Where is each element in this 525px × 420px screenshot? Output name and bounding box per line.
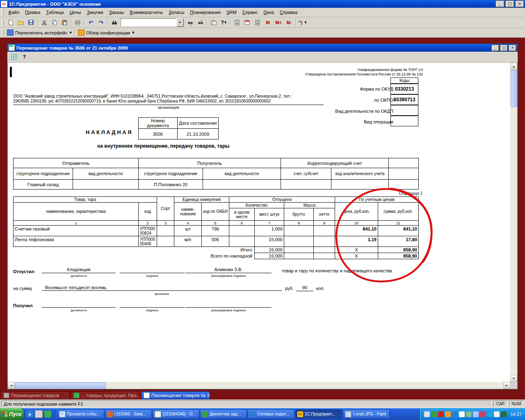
task-icon [107,411,113,417]
start-button[interactable]: Пуск [0,408,24,420]
find-icon[interactable] [109,18,119,27]
save-icon[interactable] [26,18,36,27]
tray-icon[interactable] [494,411,500,417]
menu-settlements[interactable]: Взаиморасчеты [127,9,166,16]
memory-minus-button[interactable]: М- [284,18,294,27]
calculator-icon[interactable] [232,18,242,27]
tab-goods-movement-document[interactable]: Перемещение товаров № 3... [141,391,210,399]
tab-goods-movements-list[interactable]: Перемещения товаров [1,391,70,399]
taskbar-clock[interactable]: 14:27 [510,412,522,417]
tools-icon[interactable]: ▼ [297,18,308,27]
table-grid-icon[interactable] [9,52,19,62]
copy-icon[interactable] [49,18,59,27]
scroll-right-icon[interactable]: ▶ [503,382,510,389]
item-price: 841,10 [335,226,378,236]
tab-goods-report[interactable]: ... товары, продукция. Про... [71,391,140,399]
find-next-icon[interactable] [185,18,195,27]
memory-recall-button[interactable]: М [262,18,273,27]
open-icon[interactable] [16,18,26,27]
item-price: 1,19 [335,236,378,247]
toolbar-grip[interactable] [2,19,4,26]
tray-icon[interactable] [445,411,451,417]
receiver-unit-value: П.Половинко 20 [139,180,203,189]
tray-icon[interactable] [487,411,493,417]
taskbar-button-task-manager[interactable]: Диспетчер зад... [200,409,247,419]
doc-help-button[interactable]: ? [19,52,30,62]
taskbar-button-c110366[interactable]: c110366 - Заяв... [105,409,152,419]
taskbar-button-paint[interactable]: I-этап.JPG - Paint [343,409,390,419]
redo-icon[interactable]: ↷ [96,18,106,27]
doc-minimize-button[interactable]: _ [491,45,499,51]
horizontal-scrollbar[interactable]: ◀ ▶ [8,382,510,389]
menu-prices[interactable]: Цены [66,9,84,16]
paste-icon[interactable] [59,18,70,27]
tray-icon[interactable] [501,411,507,417]
status-bar: Для получения подсказки нажмите F1 CAP N… [0,399,525,408]
menu-stocks[interactable]: Запасы [166,9,187,16]
find-previous-icon[interactable] [195,18,205,27]
switch-interface-button[interactable]: Переключить интерфейс ▼ [5,29,73,37]
scroll-up-icon[interactable]: ▲ [510,63,517,70]
print-icon[interactable] [73,18,83,27]
form-document[interactable]: Унифицированная форма № ТОРГ-13 Утвержде… [8,63,510,382]
menu-purchases[interactable]: Закупки [84,9,106,16]
memory-plus-button[interactable]: М+ [273,18,284,27]
tray-icon[interactable] [480,411,486,417]
document-title: Перемещение товаров № 3506 от 21 октября… [16,46,491,50]
toolbar-grip[interactable] [2,9,4,16]
calendar-icon[interactable] [242,18,252,27]
close-button[interactable]: × [515,0,524,7]
menu-help[interactable]: Справка [277,9,300,16]
tray-icon[interactable] [466,411,472,417]
cut-icon[interactable] [39,18,49,27]
taskbar-button-document[interactable]: [319184346] - О... [153,409,199,419]
toolbar-grip[interactable] [2,30,4,36]
search-input[interactable] [121,18,176,26]
document-number: 3506 [139,129,178,139]
scroll-down-icon[interactable]: ▼ [510,375,517,382]
internet-explorer-icon[interactable]: e [26,411,33,418]
taskbar-button-1c[interactable]: 1С 1С:Предприят... [295,409,342,419]
new-document-icon[interactable] [5,18,16,27]
undo-icon[interactable]: ↶ [86,18,96,27]
tray-icon[interactable] [438,411,444,417]
tray-icon[interactable] [459,411,465,417]
search-dropdown-button[interactable]: ▼ [176,18,184,27]
menu-service[interactable]: Сервис [240,9,261,16]
formula-calculator-icon[interactable] [252,18,262,27]
tray-icon[interactable] [431,411,437,417]
horizontal-scroll-thumb[interactable] [15,382,106,389]
quick-launch-icon[interactable] [44,411,51,418]
operation-value [390,115,418,126]
vertical-scroll-thumb[interactable] [511,70,518,107]
received-label: Получил [13,303,32,308]
help-icon[interactable]: ?▼ [219,18,229,27]
show-desktop-icon[interactable] [35,410,43,418]
restore-button[interactable]: □ [505,0,514,7]
scroll-left-icon[interactable]: ◀ [8,382,15,389]
taskbar-button-event-viewer[interactable]: ≡ Просмотр собы... [57,409,104,419]
tray-icon[interactable] [424,411,430,417]
taskbar-button-network[interactable]: Сетевые подкл... [248,409,294,419]
doc-restore-button[interactable]: □ [500,45,508,51]
price-header: цена, руб.коп. [335,203,378,221]
minimize-button[interactable]: _ [495,0,504,7]
window-tabs: Перемещения товаров ... товары, продукци… [0,390,525,399]
main-toolbar: ↶ ↷ ▼ ?▼ М М+ [0,17,525,28]
tray-icon[interactable] [452,411,458,417]
config-overview-button[interactable]: Обзор конфигурации ▼ [76,29,136,37]
menu-table[interactable]: Таблица [43,9,66,16]
copy-special-icon[interactable] [208,18,219,27]
doc-close-button[interactable]: × [509,45,516,51]
menu-windows[interactable]: Окна [260,9,277,16]
organization-info: ООО "Азовский завод строительных констру… [13,94,324,105]
item-unit: шт [174,226,202,236]
vertical-scrollbar[interactable]: ▲ ▼ [510,63,517,382]
menu-orders[interactable]: Заказы [106,9,127,16]
menu-planning[interactable]: Планирование [187,9,224,16]
tray-icon[interactable] [473,411,479,417]
menu-srm[interactable]: SRM [224,9,239,16]
menu-edit[interactable]: Правка [22,9,43,16]
document-toolbar: ? [7,52,518,63]
menu-file[interactable]: Файл [5,9,22,16]
